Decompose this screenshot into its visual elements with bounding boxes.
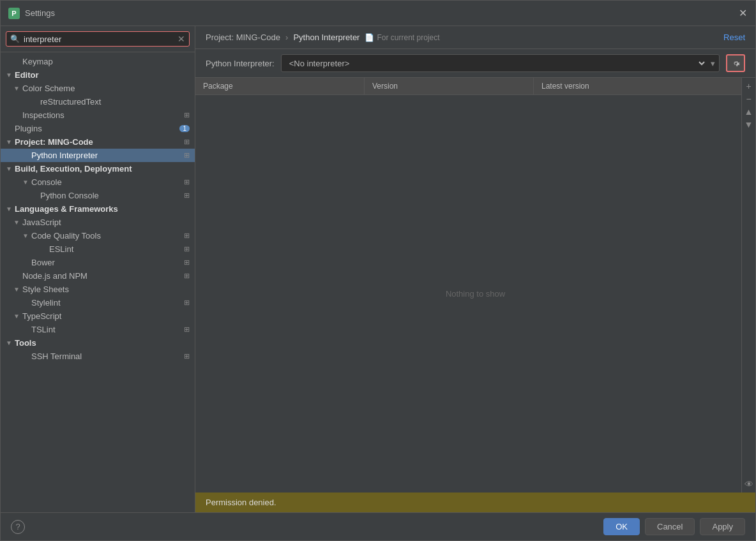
breadcrumb: Project: MING-Code › Python Interpreter … [206,33,723,42]
interpreter-settings-button[interactable] [726,54,745,72]
sidebar-item-console[interactable]: ▼ Console ⊞ [1,175,195,189]
sidebar-item-label: Bower [31,258,181,267]
close-button[interactable]: ✕ [737,8,748,19]
sidebar-item-plugins[interactable]: Plugins 1 [1,122,195,135]
sidebar-item-tslint[interactable]: TSLint ⊞ [1,323,195,336]
sidebar-item-tools[interactable]: ▼ Tools [1,336,195,350]
sidebar-item-eslint[interactable]: ESLint ⊞ [1,242,195,256]
for-current-project-label: For current project [377,33,439,42]
sidebar-item-label: Code Quality Tools [31,231,181,241]
arrow-stylesheets: ▼ [13,286,22,293]
sidebar-item-label: Inspections [22,110,181,120]
breadcrumb-project: Project: MING-Code [206,33,280,42]
arrow-build: ▼ [6,165,15,172]
for-current-project: 📄 For current project [365,33,439,42]
search-box: 🔍 ✕ [1,26,195,52]
sidebar-item-keymap[interactable]: Keymap [1,55,195,68]
nothing-to-show-label: Nothing to show [446,289,505,299]
column-version: Version [365,78,534,94]
sidebar-item-code-quality[interactable]: ▼ Code Quality Tools ⊞ [1,229,195,242]
arrow-typescript: ▼ [13,313,22,320]
settings-window: P Settings ✕ 🔍 ✕ Keymap [0,0,756,541]
stylelint-icon: ⊞ [184,299,190,307]
packages-area: Package Version Latest version Nothing t… [195,78,755,493]
search-clear-button[interactable]: ✕ [178,34,185,44]
scroll-down-button[interactable]: ▼ [743,119,755,130]
breadcrumb-current: Python Interpreter [293,33,359,42]
reset-link[interactable]: Reset [723,33,745,42]
sidebar-item-label: Project: MING-Code [15,137,181,147]
sidebar-item-label: Python Console [40,191,181,200]
arrow-code-quality: ▼ [22,232,31,239]
sidebar-item-label: Console [31,177,181,187]
permission-denied-text: Permission denied. [206,498,276,507]
nav-tree: Keymap ▼ Editor ▼ Color Scheme reStructu… [1,52,195,512]
main-content: 🔍 ✕ Keymap ▼ Editor ▼ [1,26,755,512]
title-bar: P Settings ✕ [1,1,755,26]
arrow-project: ▼ [6,138,15,145]
arrow-editor: ▼ [6,71,15,78]
search-input-wrapper: 🔍 ✕ [6,31,190,47]
sidebar-item-languages[interactable]: ▼ Languages & Frameworks [1,202,195,216]
apply-button[interactable]: Apply [700,518,745,535]
main-area: Project: MING-Code › Python Interpreter … [195,26,755,512]
arrow-javascript: ▼ [13,219,22,226]
column-package: Package [195,78,365,94]
scroll-up-button[interactable]: ▲ [743,106,755,117]
sidebar-item-bower[interactable]: Bower ⊞ [1,256,195,269]
side-actions: + − ▲ ▼ 👁 [741,78,755,493]
app-logo: P [8,8,20,19]
interpreter-select-wrapper: <No interpreter> ▾ [281,54,720,72]
sidebar-item-stylesheets[interactable]: ▼ Style Sheets [1,283,195,296]
sidebar-item-label: Style Sheets [22,285,190,294]
search-input[interactable] [24,34,174,44]
add-package-button[interactable]: + [743,80,755,92]
breadcrumb-arrow: › [285,33,288,42]
ok-button[interactable]: OK [603,518,640,535]
sidebar-item-label: Tools [15,338,190,348]
sidebar-item-label: TypeScript [22,311,190,321]
sidebar-item-label: Node.js and NPM [22,271,181,281]
sidebar-item-javascript[interactable]: ▼ JavaScript [1,216,195,229]
sidebar-item-build[interactable]: ▼ Build, Execution, Deployment [1,162,195,175]
sidebar-item-label: Plugins [15,124,177,133]
arrow-tools: ▼ [6,339,15,346]
sidebar-item-label: Languages & Frameworks [15,204,190,214]
sidebar-item-stylelint[interactable]: Stylelint ⊞ [1,296,195,309]
code-quality-icon: ⊞ [184,232,190,240]
py-console-icon: ⊞ [184,191,190,200]
sidebar-item-restructuredtext[interactable]: reStructuredText [1,95,195,108]
arrow-console: ▼ [22,179,31,186]
sidebar-item-label: Editor [15,70,190,80]
sidebar-item-python-console[interactable]: Python Console ⊞ [1,189,195,202]
sidebar-item-color-scheme[interactable]: ▼ Color Scheme [1,82,195,95]
nodejs-icon: ⊞ [184,272,190,280]
cancel-button[interactable]: Cancel [645,518,695,535]
interpreter-label: Python Interpreter: [206,59,275,68]
sidebar-item-label: Build, Execution, Deployment [15,164,190,174]
show-details-button[interactable]: 👁 [743,478,755,490]
sidebar-item-label: JavaScript [22,218,190,227]
sidebar-item-typescript[interactable]: ▼ TypeScript [1,309,195,323]
tslint-icon: ⊞ [184,325,190,334]
column-latest: Latest version [534,78,755,94]
arrow-languages: ▼ [6,205,15,212]
sidebar-item-python-interpreter[interactable]: Python Interpreter ⊞ [1,149,195,162]
help-button[interactable]: ? [11,520,25,534]
sidebar-item-ssh-terminal[interactable]: SSH Terminal ⊞ [1,350,195,363]
sidebar: 🔍 ✕ Keymap ▼ Editor ▼ [1,26,195,512]
sidebar-item-nodejs[interactable]: Node.js and NPM ⊞ [1,269,195,283]
sidebar-item-label: Keymap [22,57,190,66]
remove-package-button[interactable]: − [743,93,755,105]
footer: ? OK Cancel Apply [1,512,755,540]
main-header: Project: MING-Code › Python Interpreter … [195,26,755,49]
packages-header: Package Version Latest version [195,78,755,95]
sidebar-item-label: ESLint [49,244,181,254]
sidebar-item-inspections[interactable]: Inspections ⊞ [1,108,195,122]
interpreter-select[interactable]: <No interpreter> [282,55,707,71]
bower-icon: ⊞ [184,258,190,267]
sidebar-item-label: TSLint [31,325,181,334]
sidebar-item-label: reStructuredText [40,97,190,107]
sidebar-item-editor[interactable]: ▼ Editor [1,68,195,82]
sidebar-item-project[interactable]: ▼ Project: MING-Code ⊞ [1,135,195,149]
